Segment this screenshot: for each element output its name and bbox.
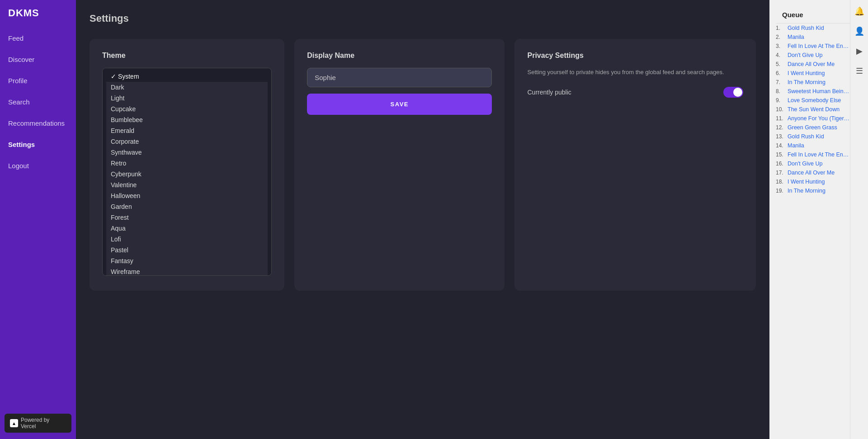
queue-num: 14. <box>776 142 786 149</box>
queue-num: 6. <box>776 70 786 76</box>
queue-song[interactable]: In The Morning <box>788 188 826 194</box>
queue-num: 10. <box>776 106 786 113</box>
queue-song[interactable]: Fell In Love At The End of Th... <box>788 43 850 49</box>
queue-item: 15.Fell In Love At The End of T... <box>776 150 850 159</box>
main-content: Settings Theme ✓ System Dark Light Cupca… <box>76 0 769 439</box>
vercel-icon: ▲ <box>10 419 18 427</box>
play-icon[interactable]: ▶ <box>856 46 863 56</box>
queue-side-icons: 🔔 👤 ▶ ☰ <box>850 0 868 439</box>
queue-num: 13. <box>776 133 786 140</box>
queue-num: 12. <box>776 124 786 131</box>
theme-dropdown-container: ✓ System Dark Light Cupcake Bumblebee Em… <box>102 68 272 276</box>
settings-cards: Theme ✓ System Dark Light Cupcake Bumble… <box>90 39 756 291</box>
queue-item: 14.Manila <box>776 141 850 150</box>
display-name-input[interactable] <box>307 68 492 87</box>
app-logo: DKMS <box>0 0 76 26</box>
sidebar-item-search[interactable]: Search <box>0 92 76 112</box>
theme-card: Theme ✓ System Dark Light Cupcake Bumble… <box>90 39 284 291</box>
queue-num: 2. <box>776 34 786 40</box>
privacy-card-title: Privacy Settings <box>527 52 743 60</box>
notification-icon[interactable]: 🔔 <box>854 6 864 16</box>
queue-panel: Queue 1.Gold Rush Kid2.Manila3.Fell In L… <box>769 0 868 439</box>
sidebar-item-profile[interactable]: Profile <box>0 71 76 91</box>
queue-song[interactable]: The Sun Went Down <box>788 106 840 113</box>
queue-item: 4.Don't Give Up <box>776 51 850 60</box>
queue-song[interactable]: Anyone For You (Tiger Lily) <box>788 115 850 122</box>
queue-item: 13.Gold Rush Kid <box>776 132 850 141</box>
theme-card-title: Theme <box>102 52 272 60</box>
sidebar-item-recommendations[interactable]: Recommendations <box>0 113 76 133</box>
queue-item: 5.Dance All Over Me <box>776 60 850 69</box>
sidebar: DKMS Feed Discover Profile Search Recomm… <box>0 0 76 439</box>
sidebar-footer: ▲ Powered by Vercel <box>0 407 76 439</box>
queue-item: 1.Gold Rush Kid <box>776 24 850 33</box>
queue-num: 1. <box>776 25 786 31</box>
queue-song[interactable]: Don't Give Up <box>788 52 822 58</box>
queue-num: 18. <box>776 179 786 185</box>
queue-song[interactable]: Dance All Over Me <box>788 61 835 67</box>
queue-item: 2.Manila <box>776 33 850 42</box>
powered-by-text: Powered by Vercel <box>21 417 66 430</box>
page-title: Settings <box>90 13 756 24</box>
queue-right-panel: Queue 1.Gold Rush Kid2.Manila3.Fell In L… <box>769 0 868 439</box>
queue-item: 17.Dance All Over Me <box>776 168 850 177</box>
queue-item: 19.In The Morning <box>776 186 850 195</box>
display-name-card-title: Display Name <box>307 52 492 60</box>
queue-num: 11. <box>776 115 786 122</box>
queue-header-row: Queue <box>776 5 850 24</box>
queue-num: 3. <box>776 43 786 49</box>
privacy-card: Privacy Settings Setting yourself to pri… <box>514 39 756 291</box>
sidebar-item-settings[interactable]: Settings <box>0 134 76 155</box>
queue-item: 7.In The Morning <box>776 78 850 87</box>
queue-song[interactable]: Sweetest Human Being Alive <box>788 88 850 94</box>
theme-select[interactable]: ✓ System Dark Light Cupcake Bumblebee Em… <box>102 68 272 276</box>
queue-num: 17. <box>776 170 786 176</box>
queue-item: 12.Green Green Grass <box>776 123 850 132</box>
queue-song[interactable]: I Went Hunting <box>788 70 825 76</box>
queue-song[interactable]: In The Morning <box>788 79 826 85</box>
queue-num: 8. <box>776 88 786 94</box>
queue-song[interactable]: I Went Hunting <box>788 179 825 185</box>
sidebar-nav: Feed Discover Profile Search Recommendat… <box>0 26 76 178</box>
privacy-row: Currently public <box>527 87 743 98</box>
queue-title: Queue <box>782 11 844 19</box>
sidebar-item-logout[interactable]: Logout <box>0 156 76 176</box>
queue-num: 19. <box>776 188 786 194</box>
queue-num: 4. <box>776 52 786 58</box>
queue-num: 7. <box>776 79 786 85</box>
queue-item: 18.I Went Hunting <box>776 177 850 186</box>
save-button[interactable]: SAVE <box>307 94 492 115</box>
queue-num: 5. <box>776 61 786 67</box>
queue-song[interactable]: Dance All Over Me <box>788 170 835 176</box>
queue-num: 15. <box>776 151 786 158</box>
queue-song[interactable]: Green Green Grass <box>788 124 837 131</box>
queue-num: 16. <box>776 160 786 167</box>
queue-song[interactable]: Don't Give Up <box>788 160 822 167</box>
queue-song[interactable]: Gold Rush Kid <box>788 133 824 140</box>
powered-by-badge: ▲ Powered by Vercel <box>5 414 71 433</box>
user-icon[interactable]: 👤 <box>854 26 864 36</box>
queue-song[interactable]: Love Somebody Else <box>788 97 841 104</box>
currently-public-label: Currently public <box>527 89 571 96</box>
queue-item: 16.Don't Give Up <box>776 159 850 168</box>
list-icon[interactable]: ☰ <box>856 66 863 76</box>
queue-item: 3.Fell In Love At The End of Th... <box>776 42 850 51</box>
queue-num: 9. <box>776 97 786 104</box>
queue-item: 6.I Went Hunting <box>776 69 850 78</box>
sidebar-item-discover[interactable]: Discover <box>0 49 76 70</box>
queue-item: 11.Anyone For You (Tiger Lily) <box>776 114 850 123</box>
queue-song[interactable]: Fell In Love At The End of T... <box>788 151 850 158</box>
queue-list-area: Queue 1.Gold Rush Kid2.Manila3.Fell In L… <box>769 0 850 439</box>
privacy-description: Setting yourself to private hides you fr… <box>527 68 743 77</box>
queue-items: 1.Gold Rush Kid2.Manila3.Fell In Love At… <box>776 24 850 195</box>
public-toggle[interactable] <box>723 87 743 98</box>
queue-item: 8.Sweetest Human Being Alive <box>776 87 850 96</box>
queue-item: 10.The Sun Went Down <box>776 105 850 114</box>
queue-song[interactable]: Manila <box>788 142 804 149</box>
queue-item: 9.Love Somebody Else <box>776 96 850 105</box>
display-name-card: Display Name SAVE <box>294 39 505 291</box>
toggle-knob <box>733 88 742 97</box>
queue-song[interactable]: Manila <box>788 34 804 40</box>
sidebar-item-feed[interactable]: Feed <box>0 28 76 48</box>
queue-song[interactable]: Gold Rush Kid <box>788 25 824 31</box>
